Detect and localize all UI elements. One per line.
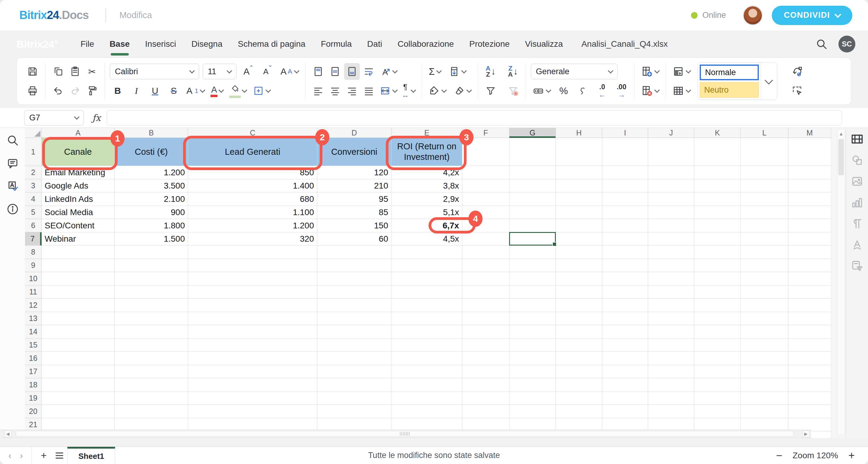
search-panel-icon[interactable]	[5, 133, 20, 148]
cell-B9[interactable]	[115, 259, 188, 272]
cell-K11[interactable]	[694, 285, 741, 299]
cell-F19[interactable]	[462, 392, 509, 405]
cell-D7[interactable]: 60	[317, 232, 392, 246]
cell-J6[interactable]	[648, 219, 694, 232]
cell-A14[interactable]	[42, 325, 115, 339]
cell-M19[interactable]	[788, 392, 831, 405]
cell-K17[interactable]	[694, 365, 741, 378]
font-color-button[interactable]: A	[209, 82, 225, 99]
cell-A19[interactable]	[42, 392, 115, 405]
cell-K5[interactable]	[694, 206, 741, 219]
cell-J19[interactable]	[648, 392, 694, 405]
cell-K12[interactable]	[694, 299, 741, 312]
align-bottom-icon[interactable]	[344, 63, 360, 80]
cell-M5[interactable]	[788, 206, 831, 219]
print-button[interactable]	[25, 82, 40, 99]
sheet-tab-sheet1[interactable]: Sheet1	[67, 447, 115, 464]
cell-I11[interactable]	[602, 285, 648, 299]
change-case-icon[interactable]: AA	[279, 63, 300, 80]
cell-H5[interactable]	[556, 206, 602, 219]
zoom-in-button[interactable]: +	[848, 450, 855, 461]
column-header-H[interactable]: H	[556, 128, 602, 138]
cell-H3[interactable]	[556, 179, 602, 192]
cell-B16[interactable]	[115, 352, 188, 365]
cell-H1[interactable]	[556, 138, 602, 166]
paste-button[interactable]	[67, 63, 83, 80]
user-avatar[interactable]	[743, 5, 763, 25]
format-painter-button[interactable]	[84, 82, 100, 99]
cell-K2[interactable]	[694, 166, 741, 179]
cell-L15[interactable]	[741, 339, 788, 352]
row-header-8[interactable]: 8	[25, 246, 42, 259]
cell-L17[interactable]	[741, 365, 788, 378]
decrease-decimal-icon[interactable]: .0←	[594, 82, 610, 99]
italic-button[interactable]: I	[128, 82, 144, 99]
cell-C1[interactable]: Lead Generati	[188, 138, 317, 166]
cell-D9[interactable]	[317, 259, 392, 272]
row-header-6[interactable]: 6	[25, 219, 42, 232]
cell-B8[interactable]	[115, 246, 188, 259]
text-orientation-icon[interactable]	[378, 63, 399, 80]
cell-E6[interactable]: 6,7x	[392, 219, 462, 232]
cell-E11[interactable]	[392, 285, 462, 299]
cell-I3[interactable]	[602, 179, 648, 192]
row-header-17[interactable]: 17	[25, 365, 42, 378]
cell-G3[interactable]	[509, 179, 556, 192]
fill-color-button[interactable]	[228, 82, 248, 99]
save-button[interactable]	[25, 63, 40, 80]
font-size-select[interactable]: 11	[203, 64, 237, 79]
cell-M9[interactable]	[788, 259, 831, 272]
cell-F13[interactable]	[462, 312, 509, 325]
cell-H11[interactable]	[556, 285, 602, 299]
font-name-select[interactable]: Calibri	[110, 64, 199, 79]
cell-C4[interactable]: 680	[188, 192, 317, 206]
cell-J14[interactable]	[648, 325, 694, 339]
add-sheet-button[interactable]: +	[36, 447, 52, 464]
conditional-formatting-icon[interactable]	[671, 63, 692, 80]
image-settings-icon[interactable]	[849, 174, 865, 189]
cell-D4[interactable]: 95	[317, 192, 392, 206]
cell-C5[interactable]: 1.100	[188, 206, 317, 219]
row-header-13[interactable]: 13	[25, 312, 42, 325]
tab-protezione[interactable]: Protezione	[469, 37, 510, 51]
select-all-corner[interactable]	[25, 128, 42, 138]
cell-K20[interactable]	[694, 405, 741, 418]
cell-L8[interactable]	[741, 246, 788, 259]
cell-A9[interactable]	[42, 259, 115, 272]
cell-I4[interactable]	[602, 192, 648, 206]
subscript-button[interactable]: A1	[185, 82, 206, 99]
cell-A12[interactable]	[42, 299, 115, 312]
cell-D17[interactable]	[317, 365, 392, 378]
cell-reference-box[interactable]: G7	[24, 111, 84, 125]
row-header-2[interactable]: 2	[25, 166, 42, 179]
column-header-G[interactable]: G	[509, 128, 556, 138]
cut-icon[interactable]: ✂	[84, 63, 100, 80]
cell-C7[interactable]: 320	[188, 232, 317, 246]
clear-filter-icon[interactable]	[505, 82, 521, 99]
cell-F20[interactable]	[462, 405, 509, 418]
cell-style-normale[interactable]: Normale	[700, 65, 759, 80]
cell-L7[interactable]	[741, 232, 788, 246]
cell-I8[interactable]	[602, 246, 648, 259]
cell-M1[interactable]	[788, 138, 831, 166]
cell-J18[interactable]	[648, 378, 694, 392]
cell-B18[interactable]	[115, 378, 188, 392]
cell-K19[interactable]	[694, 392, 741, 405]
row-header-1[interactable]: 1	[25, 138, 42, 166]
cell-E13[interactable]	[392, 312, 462, 325]
sort-ascending-icon[interactable]: AZ↓	[483, 63, 499, 80]
cell-M15[interactable]	[788, 339, 831, 352]
cell-C12[interactable]	[188, 299, 317, 312]
cell-D2[interactable]: 120	[317, 166, 392, 179]
cell-K9[interactable]	[694, 259, 741, 272]
cell-C8[interactable]	[188, 246, 317, 259]
cell-G5[interactable]	[509, 206, 556, 219]
cell-J2[interactable]	[648, 166, 694, 179]
cell-J11[interactable]	[648, 285, 694, 299]
cell-F7[interactable]	[462, 232, 509, 246]
cell-C11[interactable]	[188, 285, 317, 299]
cell-C19[interactable]	[188, 392, 317, 405]
cell-D1[interactable]: Conversioni	[317, 138, 392, 166]
cell-H9[interactable]	[556, 259, 602, 272]
cell-B4[interactable]: 2.100	[115, 192, 188, 206]
